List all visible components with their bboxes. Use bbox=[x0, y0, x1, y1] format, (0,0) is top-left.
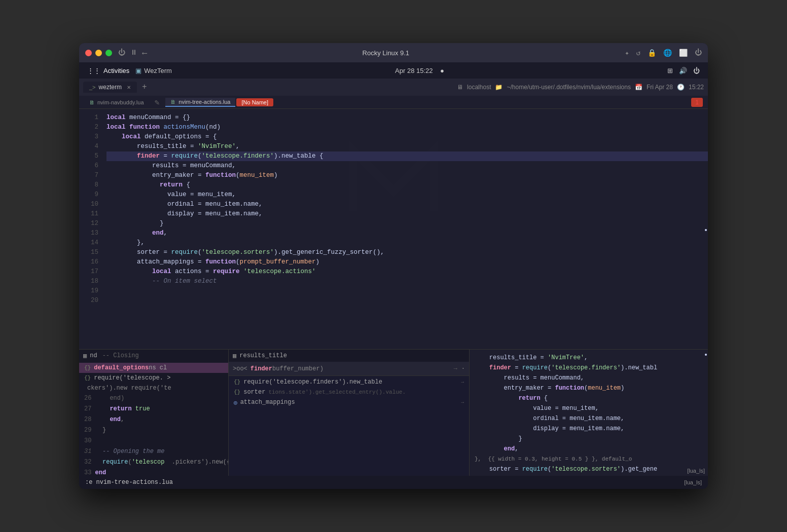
middle-arrow-1: → bbox=[461, 379, 464, 385]
window-controls[interactable] bbox=[85, 50, 112, 56]
item-label-2: require('telescope. > bbox=[94, 374, 170, 382]
datetime-label: Apr 28 15:22 bbox=[395, 67, 433, 74]
code-line-6: finder = require('telescope.finders').ne… bbox=[106, 151, 708, 161]
no-name-label: [No Name] bbox=[241, 99, 268, 105]
line-indicator: 1 bbox=[691, 98, 703, 107]
code-line-20: -- On item select bbox=[106, 277, 708, 286]
pane-left-item-1[interactable]: {} default_optionsns cl bbox=[79, 363, 228, 373]
titlebar: ⏻ ⏸ ⟵ Rocky Linux 9.1 ✦ ↺ 🔒 🌐 ⬜ ⏻ bbox=[79, 43, 708, 62]
tabbar-right: 🖥 localhost 📁 ~/home/utm-user/.dotfiles/… bbox=[457, 84, 704, 91]
date-label: Fri Apr 28 bbox=[647, 84, 673, 91]
no-name-tab[interactable]: [No Name] bbox=[236, 98, 273, 106]
file-tab-treeactions[interactable]: 🗎 nvim-tree-actions.lua bbox=[165, 98, 235, 107]
code-line-8: entry_maker = function(menu_item) bbox=[106, 171, 708, 180]
middle-arrow-3: → bbox=[461, 400, 464, 405]
path-label: localhost bbox=[467, 84, 491, 91]
dot-indicator: ● bbox=[440, 67, 444, 74]
file-icon-1: 🗎 bbox=[89, 99, 95, 105]
navbuddy-label: nvim-navbuddy.lua bbox=[97, 99, 144, 105]
titlebar-icons: ⏻ ⏸ ⟵ bbox=[118, 49, 147, 57]
code-line-4: local default_options = { bbox=[106, 132, 708, 142]
code-line-17: attach_mappings = function(prompt_buffer… bbox=[106, 257, 708, 267]
power2-icon: ⏻ bbox=[695, 49, 702, 57]
middle-item-suffix-2: tions.state').get_selected_entry().value… bbox=[268, 389, 406, 395]
search-arrow: → bbox=[454, 365, 457, 372]
pane-left-code-33: 33 end bbox=[79, 468, 228, 476]
power-icon: ⏻ bbox=[118, 49, 125, 57]
wezterm-app-button[interactable]: ▣ WezTerm bbox=[135, 67, 172, 74]
computer-icon: 🖥 bbox=[457, 84, 463, 91]
code-line-10: value = menu_item, bbox=[106, 190, 708, 200]
editor-tabs: 🗎 nvim-navbuddy.lua ✎ 🗎 nvim-tree-action… bbox=[79, 96, 708, 109]
right-scroll-dot bbox=[705, 354, 707, 356]
lsp-indicator: [lua_ls] bbox=[687, 468, 705, 474]
systembar-left: ⋮⋮ Activities ▣ WezTerm bbox=[87, 67, 172, 74]
titlebar-right: ✦ ↺ 🔒 🌐 ⬜ ⏻ bbox=[625, 49, 702, 57]
code-line-12: display = menu_item.name, bbox=[106, 209, 708, 219]
pane-right-content: results_title = 'NvimTree', finder = req… bbox=[470, 350, 708, 476]
refresh-icon: ↺ bbox=[636, 49, 640, 57]
code-line-13: } bbox=[106, 219, 708, 229]
search-bar: >oo< finderbuffer_number) → · bbox=[229, 362, 469, 376]
lock-icon: 🔒 bbox=[648, 49, 656, 57]
right-line-9: } bbox=[470, 434, 708, 444]
pane-left-subtitle: -- Closing bbox=[102, 352, 139, 359]
new-tab-button[interactable]: + bbox=[138, 83, 151, 92]
pane-middle-item-2[interactable]: {} sorter tions.state').get_selected_ent… bbox=[229, 387, 469, 397]
folder-icon: 📁 bbox=[495, 84, 503, 91]
right-line-3: results = menuCommand, bbox=[470, 373, 708, 383]
wezterm-label: WezTerm bbox=[144, 67, 172, 74]
pane-middle-header: ▦ results_title bbox=[229, 350, 469, 362]
tab-terminal-icon: _> bbox=[89, 84, 96, 90]
pane-left-code-29: 29 } bbox=[79, 425, 228, 436]
file-tab-navbuddy[interactable]: 🗎 nvim-navbuddy.lua bbox=[84, 98, 149, 106]
pane-left-code-27: 27 return true bbox=[79, 404, 228, 414]
split-pane: ▦ nd -- Closing {} default_optionsns cl … bbox=[79, 349, 708, 476]
line-numbers: 12345 678910 1112131415 1617181920 bbox=[79, 109, 104, 349]
item-icon-2: {} bbox=[84, 375, 91, 381]
window: ⏻ ⏸ ⟵ Rocky Linux 9.1 ✦ ↺ 🔒 🌐 ⬜ ⏻ ⋮⋮ Act… bbox=[79, 43, 708, 489]
wezterm-icon: ▣ bbox=[135, 67, 141, 74]
titlebar-title: Rocky Linux 9.1 bbox=[147, 49, 625, 57]
middle-item-label-1: require('telescope.finders').new_table bbox=[243, 378, 382, 386]
file-tab-list: 🗎 nvim-navbuddy.lua ✎ 🗎 nvim-tree-action… bbox=[84, 97, 691, 107]
pane-left-code-28: 28 end, bbox=[79, 414, 228, 425]
code-line-11: ordinal = menu_item.name, bbox=[106, 200, 708, 209]
time-label: 15:22 bbox=[689, 84, 704, 91]
search-dot: · bbox=[461, 365, 465, 372]
code-editor[interactable]: 12345 678910 1112131415 1617181920 local… bbox=[79, 109, 708, 349]
pane-left-item-2[interactable]: {} require('telescope. > bbox=[79, 373, 228, 383]
editor-area: 12345 678910 1112131415 1617181920 local… bbox=[79, 109, 708, 476]
power3-icon: ⏻ bbox=[693, 67, 700, 74]
systembar-center: Apr 28 15:22 ● bbox=[172, 67, 667, 74]
pane-middle-item-1[interactable]: {} require('telescope.finders').new_tabl… bbox=[229, 377, 469, 387]
right-line-5: return { bbox=[470, 393, 708, 403]
code-line-16: sorter = require('telescope.sorters').ge… bbox=[106, 248, 708, 257]
scroll-indicator bbox=[705, 229, 707, 231]
tab-label: wezterm bbox=[99, 84, 122, 91]
tabbar: _> wezterm ✕ + 🖥 localhost 📁 ~/home/utm-… bbox=[79, 79, 708, 96]
code-line-5: results_title = 'NvimTree', bbox=[106, 142, 708, 151]
close-button[interactable] bbox=[85, 50, 92, 56]
activities-button[interactable]: ⋮⋮ Activities bbox=[87, 67, 129, 74]
systembar-right: ⊞ 🔊 ⏻ bbox=[667, 67, 700, 74]
pane-left-code-26: 26 end) bbox=[79, 393, 228, 404]
calendar-icon: 📅 bbox=[635, 84, 642, 91]
maximize-button[interactable] bbox=[105, 50, 112, 56]
brightness-icon: ✦ bbox=[625, 49, 629, 57]
pane-middle-item-3[interactable]: ◎ attach_mappings → bbox=[229, 397, 469, 407]
right-line-1: results_title = 'NvimTree', bbox=[470, 353, 708, 363]
right-line-11: }, {{ width = 0.3, height = 0.5 } }, def… bbox=[470, 454, 708, 464]
treeactions-label: nvim-tree-actions.lua bbox=[178, 99, 230, 105]
item-icon-1: {} bbox=[84, 365, 91, 371]
pane-middle-content: {} require('telescope.finders').new_tabl… bbox=[229, 376, 469, 476]
minimize-button[interactable] bbox=[95, 50, 102, 56]
tab-close-button[interactable]: ✕ bbox=[127, 85, 131, 90]
path-value: ~/home/utm-user/.dotfiles/nvim/lua/exten… bbox=[507, 84, 630, 91]
right-line-8: display = menu_item.name, bbox=[470, 424, 708, 434]
wezterm-tab[interactable]: _> wezterm ✕ bbox=[83, 82, 137, 93]
pane-left-item-3[interactable]: ckers').new require('te bbox=[79, 383, 228, 393]
search-icon: >oo< bbox=[233, 365, 247, 372]
pane-left-code-32: 32 require('telescop .pickers').new({ pr… bbox=[79, 457, 228, 468]
code-line-3: local function actionsMenu(nd) bbox=[106, 123, 708, 132]
